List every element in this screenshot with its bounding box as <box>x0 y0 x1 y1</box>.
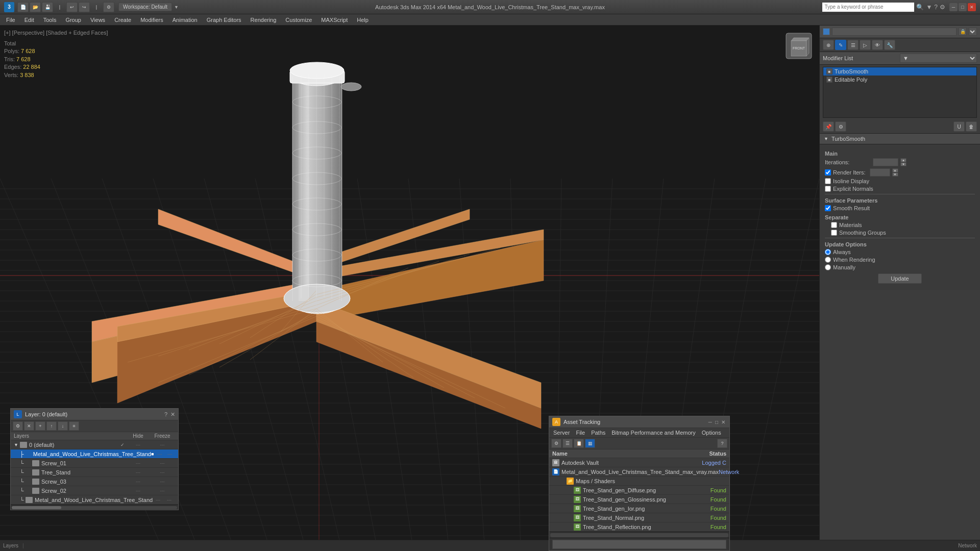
asset-close-btn[interactable]: ✕ <box>720 419 726 425</box>
menu-edit[interactable]: Edit <box>20 16 38 24</box>
asset-minimize-btn[interactable]: ─ <box>707 419 713 425</box>
viewport-nav-cube[interactable]: FRONT <box>783 31 814 61</box>
search-options-icon[interactable]: ▼ <box>926 4 932 11</box>
menu-modifiers[interactable]: Modifiers <box>136 16 167 24</box>
explicit-normals-checkbox[interactable] <box>825 186 831 192</box>
menu-graph-editors[interactable]: Graph Editors <box>203 16 246 24</box>
modifier-editable-poly[interactable]: ■ Editable Poly <box>823 76 976 84</box>
asset-menu-bitmap[interactable]: Bitmap Performance and Memory <box>609 429 697 436</box>
object-dropdown[interactable]: ▼ <box>969 28 977 36</box>
menu-file[interactable]: File <box>2 16 19 24</box>
menu-customize[interactable]: Customize <box>281 16 316 24</box>
asset-row-normal[interactable]: 🖼 Tree_Stand_Normal.png Found <box>549 513 729 522</box>
iterations-up[interactable]: ▲ <box>900 158 906 162</box>
render-iters-input[interactable]: 2 <box>870 168 890 177</box>
asset-row-vault[interactable]: 🏛 Autodesk Vault Logged C <box>549 458 729 467</box>
layer-row-treestand[interactable]: └ Tree_Stand --- --- <box>11 468 178 477</box>
utilities-tab[interactable]: 🔧 <box>884 40 895 50</box>
layer-row-screw02[interactable]: └ Screw_02 --- --- <box>11 486 178 495</box>
layers-move-down-btn[interactable]: ↓ <box>58 421 68 431</box>
layer-row-screw03[interactable]: └ Screw_03 --- --- <box>11 477 178 486</box>
render-iters-checkbox[interactable] <box>825 169 831 176</box>
delete-modifier-btn[interactable]: 🗑 <box>966 121 977 132</box>
asset-scrollbar[interactable] <box>549 532 729 538</box>
layers-scrollbar-thumb[interactable] <box>12 506 61 509</box>
hierarchy-tab[interactable]: ☰ <box>847 40 859 50</box>
asset-toolbar-btn2[interactable]: ☰ <box>562 439 573 448</box>
menu-animation[interactable]: Animation <box>168 16 202 24</box>
asset-toolbar-btn4[interactable]: ▦ <box>585 439 595 448</box>
when-rendering-radio[interactable] <box>825 257 831 263</box>
iterations-down[interactable]: ▼ <box>900 162 906 166</box>
asset-row-max-file[interactable]: 📄 Metal_and_Wood_Live_Christmas_Tree_Sta… <box>549 467 729 477</box>
asset-scrollbar-track[interactable] <box>550 533 728 537</box>
redo-btn[interactable]: ↪ <box>79 2 90 12</box>
modifier-stack[interactable]: ■ TurboSmooth ■ Editable Poly <box>823 67 977 118</box>
layer-row-screw01[interactable]: └ Screw_01 --- --- <box>11 459 178 468</box>
modifier-turbosmooth[interactable]: ■ TurboSmooth <box>823 67 976 76</box>
smooth-result-checkbox[interactable] <box>825 205 831 211</box>
asset-menu-options[interactable]: Options <box>700 429 723 436</box>
update-button[interactable]: Update <box>878 273 921 284</box>
isoline-checkbox[interactable] <box>825 178 831 184</box>
iterations-input[interactable]: 0 <box>873 158 898 166</box>
layers-help-button[interactable]: ? <box>164 411 167 417</box>
create-tab[interactable]: ⊕ <box>823 40 834 50</box>
close-button[interactable]: ✕ <box>968 3 976 11</box>
menu-create[interactable]: Create <box>110 16 135 24</box>
layers-close-button[interactable]: ✕ <box>170 411 175 418</box>
asset-toolbar-btn3[interactable]: 📋 <box>574 439 584 448</box>
help-icon[interactable]: ? <box>934 4 938 11</box>
menu-group[interactable]: Group <box>61 16 85 24</box>
workspace-dropdown-icon[interactable]: ▼ <box>174 5 179 10</box>
layers-add-btn[interactable]: + <box>35 421 45 431</box>
asset-path-input[interactable] <box>552 540 726 549</box>
layer-row-fullname[interactable]: └ Metal_and_Wood_Live_Christmas_Tree_Sta… <box>11 495 178 505</box>
save-btn[interactable]: 💾 <box>42 2 53 12</box>
asset-menu-file[interactable]: File <box>574 429 587 436</box>
layers-settings-btn[interactable]: ⚙ <box>13 421 23 431</box>
maximize-button[interactable]: □ <box>959 3 967 11</box>
make-unique-btn[interactable]: U <box>953 121 965 132</box>
asset-row-diffuse[interactable]: 🖼 Tree_Stand_gen_Diffuse.png Found <box>549 486 729 495</box>
search-input[interactable] <box>822 3 914 12</box>
settings-icon[interactable]: ⚙ <box>940 4 945 11</box>
asset-row-glossiness[interactable]: 🖼 Tree_Stand_gen_Glossiness.png Found <box>549 495 729 504</box>
materials-checkbox[interactable] <box>831 222 837 228</box>
menu-help[interactable]: Help <box>353 16 373 24</box>
menu-maxscript[interactable]: MAXScript <box>317 16 352 24</box>
asset-help-btn[interactable]: ? <box>717 439 727 448</box>
layers-move-up-btn[interactable]: ↑ <box>46 421 57 431</box>
asset-row-maps-folder[interactable]: 📁 Maps / Shaders <box>549 477 729 486</box>
lock-button[interactable]: 🔒 <box>959 28 967 36</box>
visibility-toggle-turbosmooth[interactable]: ■ <box>826 68 832 74</box>
visibility-toggle-editable-poly[interactable]: ■ <box>826 77 832 83</box>
display-tab[interactable]: 👁 <box>872 40 883 50</box>
render-iters-up[interactable]: ▲ <box>892 168 898 172</box>
modifier-list-dropdown[interactable]: ▼ <box>900 54 977 63</box>
motion-tab[interactable]: ▷ <box>860 40 871 50</box>
asset-toolbar-btn1[interactable]: ⚙ <box>551 439 561 448</box>
menu-views[interactable]: Views <box>86 16 109 24</box>
render-iters-down[interactable]: ▼ <box>892 172 898 177</box>
asset-menu-paths[interactable]: Paths <box>589 429 607 436</box>
asset-row-ior[interactable]: 🖼 Tree_Stand_gen_Ior.png Found <box>549 504 729 513</box>
object-color-swatch[interactable] <box>823 28 830 35</box>
configure-btn[interactable]: ⚙ <box>835 121 846 132</box>
undo-btn[interactable]: ↩ <box>66 2 78 12</box>
new-btn[interactable]: 📄 <box>17 2 29 12</box>
minimize-button[interactable]: ─ <box>949 3 958 11</box>
search-icon[interactable]: 🔍 <box>916 4 924 11</box>
asset-maximize-btn[interactable]: □ <box>714 419 719 425</box>
layer-row-main[interactable]: ├ Metal_and_Wood_Live_Christmas_Tree_Sta… <box>11 449 178 459</box>
smoothing-groups-checkbox[interactable] <box>831 230 837 236</box>
layers-delete-btn[interactable]: ✕ <box>24 421 34 431</box>
layers-something-btn[interactable]: ≡ <box>69 421 79 431</box>
turbosmooth-header[interactable]: ▼ TurboSmooth <box>820 134 980 144</box>
layers-scrollbar[interactable] <box>11 505 178 510</box>
open-btn[interactable]: 📂 <box>30 2 41 12</box>
asset-row-reflection[interactable]: 🖼 Tree_Stand_Reflection.png Found <box>549 522 729 532</box>
workspace-button[interactable]: Workspace: Default <box>118 3 172 11</box>
pin-stack-btn[interactable]: 📌 <box>823 121 834 132</box>
menu-rendering[interactable]: Rendering <box>247 16 281 24</box>
